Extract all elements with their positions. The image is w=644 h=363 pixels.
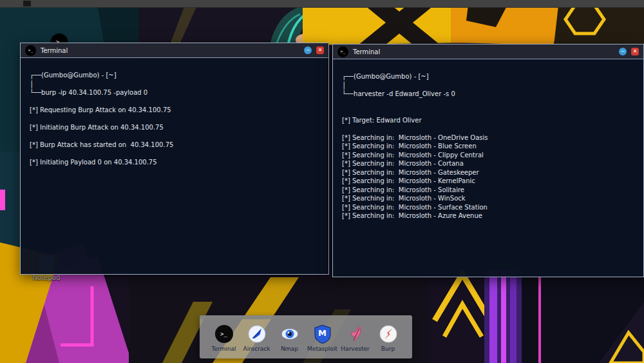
top-menu-bar	[0, 0, 644, 8]
dock-item-airocrack[interactable]: Airocrack	[240, 324, 273, 352]
metasploit-icon: M	[313, 324, 332, 344]
terminal-icon: >_	[337, 46, 348, 57]
dock-item-harvester[interactable]: Harvester	[339, 324, 372, 352]
airocrack-icon	[247, 324, 267, 344]
output-line: [*] Requesting Burp Attack on 40.34.100.…	[30, 106, 319, 115]
output-line: [*] Searching in: Microsloth - OneDrive …	[342, 133, 634, 142]
dock-label: Terminal	[211, 346, 236, 352]
burp-icon	[379, 324, 398, 344]
dock-item-nmap[interactable]: Nmap	[273, 324, 306, 352]
topbar-menu-button[interactable]	[23, 1, 31, 6]
harvester-icon	[346, 324, 365, 344]
terminal-output-area[interactable]: ┌──(Gumbo@Gumbo) - [~] │ └──burp -ip 40.…	[21, 58, 328, 167]
output-line: [*] Searching in: Microsloth - Gateskeep…	[342, 168, 634, 177]
output-line: [*] Searching in: Microsloth - Cortana	[342, 159, 634, 168]
metasploit-letter: M	[313, 324, 332, 342]
dock-item-burp[interactable]: Burp	[372, 324, 404, 352]
output-line: [*] Searching in: Microsloth - Surface S…	[342, 203, 634, 212]
command-line: └──burp -ip 40.34.100.75 -payload 0	[30, 88, 319, 97]
burp-glyph	[379, 324, 398, 344]
output-line: [*] Searching in: Microsloth - Azure Ave…	[342, 211, 634, 221]
dock-label: Nmap	[281, 346, 298, 352]
dock-item-terminal[interactable]: >_ Terminal	[207, 324, 240, 352]
output-line: [*] Searching in: Microsloth - Solitaire	[342, 186, 634, 195]
command-line: └──harvester -d Edward_Oliver -s 0	[342, 90, 634, 99]
harvester-glyph	[346, 324, 365, 344]
titlebar[interactable]: >_ Terminal − ✕	[333, 44, 643, 59]
close-button[interactable]: ✕	[316, 46, 324, 54]
nmap-glyph	[280, 324, 299, 344]
minimize-button[interactable]: −	[619, 48, 627, 55]
dock-label: Burp	[381, 346, 395, 352]
terminal-window-harvester[interactable]: >_ Terminal − ✕ ┌──(Gumbo@Gumbo) - [~] │…	[332, 44, 644, 277]
terminal-icon: >_	[25, 45, 36, 56]
dock-label: Harvester	[341, 346, 369, 352]
terminal-glyph: >_	[28, 48, 33, 53]
output-line: [*] Searching in: Microsloth - KernelPan…	[342, 177, 634, 186]
dock-item-metasploit[interactable]: M Metasploit	[306, 324, 339, 352]
output-line: [*] Burp Attack has started on 40.34.100…	[30, 141, 319, 150]
output-line: [*] Target: Edward Oliver	[342, 116, 634, 125]
minimize-button[interactable]: −	[304, 46, 312, 54]
terminal-glyph: >_	[220, 331, 227, 337]
airocrack-glyph	[247, 324, 267, 344]
titlebar[interactable]: >_ Terminal − ✕	[21, 43, 328, 58]
prompt-line: │	[342, 81, 634, 90]
dock-label: Airocrack	[243, 346, 270, 352]
prompt-line: │	[30, 80, 319, 89]
output-line: [*] Searching in: Microsloth - WinSock	[342, 194, 634, 203]
window-title: Terminal	[353, 48, 614, 55]
output-line: [*] Searching in: Microsloth - Clippy Ce…	[342, 151, 634, 160]
terminal-output-area[interactable]: ┌──(Gumbo@Gumbo) - [~] │ └──harvester -d…	[333, 59, 643, 221]
window-title: Terminal	[41, 47, 299, 54]
output-line: [*] Initiating Burp Attack on 40.34.100.…	[30, 123, 319, 132]
prompt-line: ┌──(Gumbo@Gumbo) - [~]	[30, 71, 319, 80]
nmap-icon	[280, 324, 299, 344]
output-line: [*] Searching in: Microsloth - Blue Scre…	[342, 142, 634, 151]
terminal-window-burp[interactable]: >_ Terminal − ✕ ┌──(Gumbo@Gumbo) - [~] │…	[20, 43, 329, 275]
terminal-icon: >_	[214, 324, 234, 344]
prompt-line: ┌──(Gumbo@Gumbo) - [~]	[342, 72, 634, 81]
desktop-icon-notepad-label: Notepad	[33, 274, 61, 281]
terminal-glyph: >_	[341, 49, 346, 54]
close-button[interactable]: ✕	[631, 48, 639, 55]
dock-label: Metasploit	[307, 346, 337, 352]
app-dock: >_ Terminal Airocrack Nmap	[200, 315, 412, 358]
output-line: [*] Initiating Payload 0 on 40.34.100.75	[30, 158, 319, 167]
